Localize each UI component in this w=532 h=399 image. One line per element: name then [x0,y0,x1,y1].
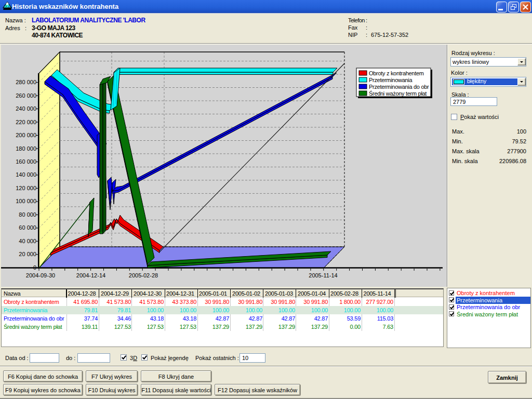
svg-text:100 000: 100 000 [16,198,36,204]
svg-text:Przeterminowania: Przeterminowania [369,77,413,83]
svg-text:2004-09-30: 2004-09-30 [26,272,55,278]
svg-text:Średni ważony term płat: Średni ważony term płat [369,90,427,97]
svg-text:2005-02-28: 2005-02-28 [129,272,158,278]
svg-text:80 000: 80 000 [19,211,36,218]
svg-text:0: 0 [33,264,36,271]
svg-text:Obroty z kontrahentem: Obroty z kontrahentem [369,70,424,76]
svg-text:60 000: 60 000 [19,224,36,231]
svg-text:200 000: 200 000 [16,132,36,138]
svg-text:2004-12-14: 2004-12-14 [76,272,105,278]
svg-text:240 000: 240 000 [16,105,36,112]
svg-text:220 000: 220 000 [16,119,36,125]
svg-text:120 000: 120 000 [16,185,36,191]
svg-text:260 000: 260 000 [16,92,36,99]
svg-text:180 000: 180 000 [16,145,36,152]
svg-text:160 000: 160 000 [16,158,36,165]
svg-text:140 000: 140 000 [16,171,36,178]
svg-text:40 000: 40 000 [19,238,36,244]
svg-text:Przeterminowania do obr: Przeterminowania do obr [369,84,429,90]
svg-text:20 000: 20 000 [19,251,36,257]
svg-text:2005-11-14: 2005-11-14 [309,272,337,278]
svg-text:280 000: 280 000 [16,79,36,85]
